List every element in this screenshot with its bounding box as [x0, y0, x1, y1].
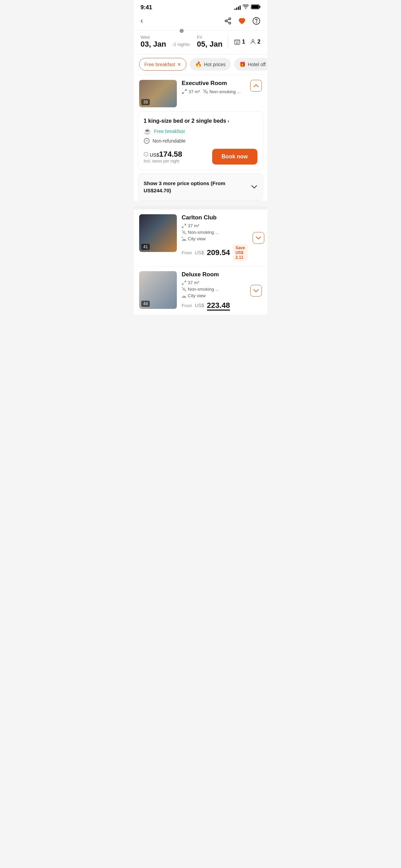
room-count-value: 1 — [242, 39, 245, 45]
deluxe-room-image-count: 44 — [141, 301, 150, 307]
executive-room-expand-button[interactable] — [250, 80, 262, 92]
filter-hotel-off[interactable]: 🎁 Hotel off — [234, 58, 267, 71]
signal-icon — [234, 5, 241, 10]
svg-line-20 — [184, 224, 186, 225]
svg-rect-1 — [259, 6, 260, 8]
cancellation-feature: Non-refundable — [144, 138, 257, 144]
filter-free-breakfast-label: Free breakfast — [144, 62, 175, 67]
back-button[interactable]: ‹ — [141, 16, 143, 25]
svg-line-21 — [182, 226, 184, 228]
carlton-club-image[interactable]: 41 — [139, 214, 177, 252]
status-bar: 9:41 — [134, 0, 267, 13]
filter-hot-prices[interactable]: 🔥 Hot prices — [190, 58, 231, 71]
carlton-club-from-label: From — [182, 250, 192, 255]
header-nav: ‹ — [134, 13, 267, 31]
executive-room-info: Executive Room 37 m² Non-smoking ... — [182, 80, 245, 94]
favorite-button[interactable] — [238, 17, 246, 25]
deluxe-room-image[interactable]: 44 — [139, 271, 177, 309]
price-block: US$174.58 Incl. taxes per night — [144, 150, 182, 164]
executive-room-image[interactable]: 39 — [139, 80, 177, 107]
help-button[interactable] — [252, 17, 260, 25]
no-smoking-icon-dr — [182, 287, 186, 292]
filter-free-breakfast[interactable]: Free breakfast ✕ — [139, 58, 186, 71]
checkin-section: Wed 03, Jan — [141, 35, 166, 49]
carlton-club-smoking: Non-smoking ... — [182, 230, 248, 235]
guest-count: 2 — [250, 38, 260, 45]
help-icon — [252, 17, 260, 25]
svg-point-11 — [252, 39, 254, 41]
date-dot — [180, 29, 184, 33]
checkin-day-value: 03, Jan — [141, 40, 166, 49]
bed-option[interactable]: 1 king-size bed or 2 single beds › — [144, 118, 257, 124]
executive-room-size-value: 37 m² — [189, 89, 200, 94]
price-info-icon — [144, 152, 148, 157]
view-icon-dr — [182, 293, 186, 298]
deluxe-room-name: Deluxe Room — [182, 271, 245, 278]
room-guests: 1 2 — [234, 38, 260, 45]
heart-icon — [238, 17, 246, 25]
fire-icon: 🔥 — [195, 61, 202, 68]
guest-count-value: 2 — [257, 39, 260, 45]
svg-line-13 — [182, 92, 184, 94]
share-button[interactable] — [224, 17, 232, 25]
svg-line-24 — [182, 283, 184, 285]
free-breakfast-label: Free breakfast — [154, 129, 185, 134]
price-value: 174.58 — [159, 150, 182, 158]
wifi-icon — [243, 4, 249, 11]
chevron-down-icon-dr — [253, 289, 259, 292]
filter-free-breakfast-remove[interactable]: ✕ — [177, 62, 181, 67]
status-icons — [234, 4, 260, 11]
carlton-club-expand-button[interactable] — [253, 232, 264, 244]
carlton-club-card: 41 Carlton Club 37 m² Non-smoking ... Ci… — [134, 209, 267, 266]
checkout-section: Fri 05, Jan — [197, 35, 223, 49]
svg-line-7 — [227, 19, 229, 21]
svg-line-23 — [184, 281, 186, 282]
carlton-club-size-value: 37 m² — [188, 223, 199, 228]
deluxe-room-view: City view — [182, 293, 245, 298]
battery-icon — [251, 4, 260, 11]
carlton-club-currency: US$ — [195, 250, 204, 255]
date-bar[interactable]: Wed 03, Jan -2 nights- Fri 05, Jan 1 2 — [134, 31, 267, 55]
cancellation-label: Non-refundable — [153, 138, 186, 144]
non-refundable-icon — [144, 138, 150, 144]
breakfast-icon: ☕ — [144, 128, 151, 135]
size-icon-cc — [182, 224, 186, 228]
filter-hot-prices-label: Hot prices — [204, 62, 226, 67]
deluxe-room-price-row: From US$ 223.48 — [182, 301, 245, 310]
carlton-club-info: Carlton Club 37 m² Non-smoking ... City … — [182, 214, 248, 261]
more-options-text: Show 3 more price options (From US$244.7… — [144, 180, 251, 194]
executive-room-name: Executive Room — [182, 80, 245, 87]
checkout-day-label: Fri — [197, 35, 223, 40]
price-currency: US$ — [150, 152, 159, 158]
carlton-club-price: 209.54 — [207, 248, 230, 257]
date-divider — [228, 35, 228, 49]
carlton-club-price-row: From US$ 209.54 Save US$ 2.11 — [182, 244, 248, 261]
deluxe-room-expand-button[interactable] — [250, 285, 262, 297]
deluxe-room-size: 37 m² — [182, 280, 245, 285]
carlton-club-save-badge: Save US$ 2.11 — [233, 244, 248, 261]
no-smoking-icon — [203, 89, 208, 94]
chevron-down-icon — [251, 185, 257, 189]
svg-line-6 — [227, 21, 229, 23]
executive-room-size: 37 m² — [182, 89, 200, 94]
executive-room-smoking: Non-smoking ... — [203, 89, 241, 94]
no-smoking-icon-cc — [182, 230, 186, 235]
price-info: US$174.58 — [144, 150, 182, 159]
gift-icon: 🎁 — [239, 61, 246, 68]
nav-right — [224, 17, 260, 25]
book-now-button[interactable]: Book now — [212, 149, 257, 165]
person-icon — [250, 38, 256, 45]
deluxe-room-price: 223.48 — [207, 301, 230, 310]
carlton-club-smoking-value: Non-smoking ... — [188, 230, 219, 235]
carlton-club-view: City view — [182, 236, 248, 241]
more-options-button[interactable]: Show 3 more price options (From US$244.7… — [138, 173, 263, 201]
filter-hotel-off-label: Hotel off — [248, 62, 266, 67]
svg-line-12 — [185, 89, 186, 91]
checkout-day-value: 05, Jan — [197, 40, 223, 49]
svg-point-9 — [256, 23, 257, 23]
price-main: US$174.58 — [150, 150, 182, 159]
share-icon — [224, 17, 232, 25]
executive-room-image-count: 39 — [141, 99, 150, 105]
bed-option-chevron: › — [228, 118, 229, 124]
free-breakfast-feature: ☕ Free breakfast — [144, 128, 257, 135]
